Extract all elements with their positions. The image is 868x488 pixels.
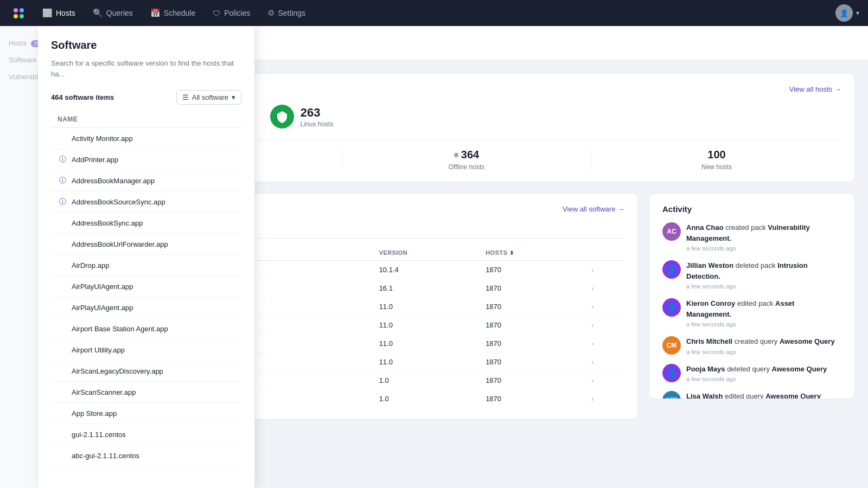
overlay-list-item[interactable]: AirPlayUIAgent.app [51, 276, 241, 297]
activity-text: Chris Mitchell created query Awesome Que… [686, 336, 835, 347]
overlay-row-name: AirPlayUIAgent.app [72, 304, 133, 312]
sw-version: 1.0 [373, 390, 480, 408]
row-warning-icon: ⓘ [58, 176, 67, 185]
row-arrow-icon[interactable]: › [591, 321, 593, 329]
activity-avatar: AC [662, 222, 681, 241]
sw-row-action[interactable]: › [585, 279, 624, 298]
warning-icon: ⓘ [59, 155, 66, 164]
activity-text: Anna Chao created pack Vulnerability Man… [686, 222, 841, 243]
overlay-list-item[interactable]: ⓘ AddPrinter.app [51, 149, 241, 170]
activity-avatar: 👤 [662, 260, 681, 279]
nav-hosts[interactable]: ⬜ Hosts [35, 5, 83, 21]
nav-schedule[interactable]: 📅 Schedule [143, 5, 203, 21]
row-warning-icon [58, 408, 67, 418]
arrow-right-icon: → [834, 85, 841, 93]
activity-target: Awesome Query [765, 392, 821, 399]
row-arrow-icon[interactable]: › [591, 376, 593, 384]
overlay-list-item[interactable]: AddressBookUrlForwarder.app [51, 234, 241, 255]
activity-target: Awesome Query [780, 337, 835, 345]
schedule-nav-icon: 📅 [150, 8, 161, 18]
col-hosts-header[interactable]: Hosts ⬍ [479, 245, 585, 261]
row-warning-icon [58, 451, 67, 460]
view-all-software-link[interactable]: View all software → [563, 205, 624, 213]
row-arrow-icon[interactable]: › [591, 339, 593, 348]
sw-row-action[interactable]: › [585, 390, 624, 408]
view-all-hosts-link[interactable]: View all hosts → [789, 85, 841, 93]
row-arrow-icon[interactable]: › [591, 284, 593, 292]
sw-row-action[interactable]: › [585, 335, 624, 353]
row-arrow-icon[interactable]: › [591, 358, 593, 366]
activity-text: Lisa Walsh edited query Awesome Query [686, 391, 821, 399]
activity-timestamp: a few seconds ago [686, 376, 827, 382]
row-warning-icon [58, 303, 67, 312]
sw-row-action[interactable]: › [585, 353, 624, 371]
overlay-count: 464 software items [51, 93, 114, 101]
offline-label: Offline hosts [342, 163, 591, 171]
sw-version: 11.0 [373, 335, 480, 353]
filter-icon: ☰ [182, 93, 189, 101]
linux-item: 263 Linux hosts [270, 105, 334, 129]
settings-nav-icon: ⚙ [267, 8, 275, 18]
activity-timestamp: a few seconds ago [686, 349, 835, 355]
overlay-row-name: AirDrop.app [72, 261, 109, 269]
overlay-list-item[interactable]: ⓘ AddressBookManager.app [51, 170, 241, 191]
activity-text: Kieron Conroy edited pack Asset Manageme… [686, 298, 841, 319]
sw-hosts: 1870 [479, 390, 585, 408]
activity-title: Activity [662, 204, 841, 214]
sw-version: 1.0 [373, 371, 480, 390]
nav-policies[interactable]: 🛡 Policies [205, 5, 258, 21]
sw-hosts: 1870 [479, 316, 585, 335]
sw-version: 11.0 [373, 353, 480, 371]
overlay-list-item[interactable]: AirScanLegacyDiscovery.app [51, 361, 241, 382]
overlay-filter-dropdown[interactable]: ☰ All software ▾ [176, 90, 241, 105]
overlay-list-item[interactable]: Activity Monitor.app [51, 128, 241, 149]
overlay-row-name: App Store.app [72, 409, 117, 418]
nav-settings[interactable]: ⚙ Settings [260, 5, 313, 21]
row-arrow-icon[interactable]: › [591, 303, 593, 311]
overlay-list-item[interactable]: Airport Base Station Agent.app [51, 318, 241, 339]
col-action-header [585, 245, 624, 261]
row-arrow-icon[interactable]: › [591, 266, 593, 274]
activity-user: Lisa Walsh [686, 392, 723, 399]
overlay-row-name: AddPrinter.app [72, 156, 118, 164]
activity-user: Anna Chao [686, 223, 724, 232]
row-arrow-icon[interactable]: › [591, 395, 593, 403]
activity-item: 👤 Jillian Weston deleted pack Intrusion … [662, 260, 841, 290]
overlay-row-name: AddressBookManager.app [72, 177, 155, 185]
sw-row-action[interactable]: › [585, 316, 624, 335]
overlay-list-item[interactable]: Airport Utility.app [51, 339, 241, 361]
overlay-list-item[interactable]: App Store.app [51, 403, 241, 424]
sw-row-action[interactable]: › [585, 261, 624, 279]
activity-item: LW Lisa Walsh edited query Awesome Query… [662, 391, 841, 399]
overlay-list-item[interactable]: AddressBookSync.app [51, 213, 241, 234]
activity-timestamp: a few seconds ago [686, 321, 841, 328]
overlay-list-item[interactable]: ⓘ AddressBookSourceSync.app [51, 191, 241, 213]
overlay-description: Search for a specific software version t… [51, 58, 241, 79]
sw-version: 10.1.4 [373, 261, 480, 279]
app-logo[interactable] [9, 3, 28, 23]
overlay-list-item[interactable]: abc-gui-2.1.11.centos [51, 445, 241, 466]
activity-user: Kieron Conroy [686, 299, 735, 307]
activity-user: Pooja Mays [686, 365, 725, 373]
sw-row-action[interactable]: › [585, 298, 624, 316]
nav-queries[interactable]: 🔍 Queries [85, 5, 141, 21]
activity-avatar: 👤 [662, 364, 681, 382]
user-menu-chevron[interactable]: ▾ [856, 9, 859, 17]
sw-hosts: 1870 [479, 353, 585, 371]
row-warning-icon [58, 239, 67, 249]
activity-item: CM Chris Mitchell created query Awesome … [662, 336, 841, 355]
overlay-row-name: AirScanLegacyDiscovery.app [72, 367, 163, 375]
sw-row-action[interactable]: › [585, 371, 624, 390]
user-avatar[interactable]: 👤 [835, 4, 853, 22]
overlay-table-header: Name [51, 111, 241, 128]
overlay-list-item[interactable]: AirScanScanner.app [51, 382, 241, 403]
activity-list: AC Anna Chao created pack Vulnerability … [662, 222, 841, 399]
overlay-list-item[interactable]: AirDrop.app [51, 255, 241, 276]
sw-hosts: 1870 [479, 279, 585, 298]
overlay-list-item[interactable]: gui-2.1.11.centos [51, 424, 241, 445]
activity-text: Jillian Weston deleted pack Intrusion De… [686, 260, 841, 281]
overlay-row-name: Airport Base Station Agent.app [72, 325, 168, 333]
activity-item: AC Anna Chao created pack Vulnerability … [662, 222, 841, 252]
overlay-list-item[interactable]: AirPlayUIAgent.app [51, 297, 241, 318]
overlay-row-name: AirPlayUIAgent.app [72, 282, 133, 291]
